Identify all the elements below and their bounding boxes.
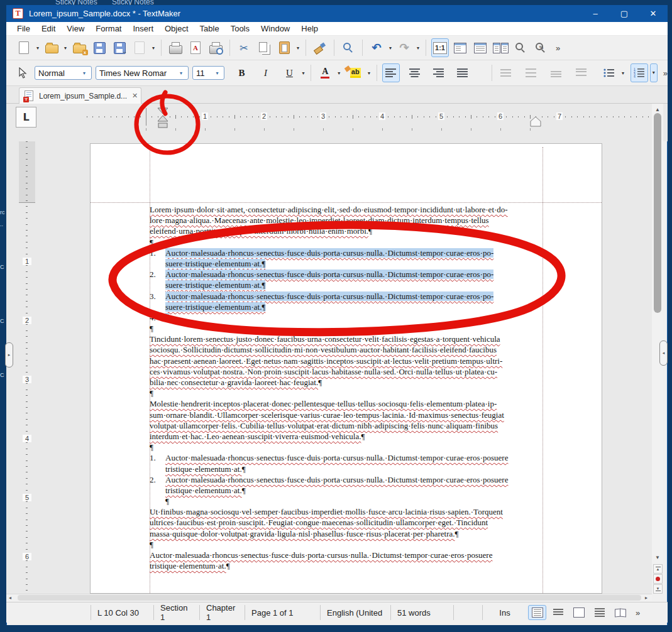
copy-button[interactable] xyxy=(255,38,273,57)
view-full-page-button[interactable] xyxy=(570,605,588,620)
paste-button[interactable] xyxy=(275,38,293,57)
fit-width-button[interactable] xyxy=(451,38,469,57)
status-section[interactable]: Section 1 xyxy=(154,605,200,620)
doc-line[interactable]: tristique·elementum·at.¶ xyxy=(150,464,546,474)
redo-button[interactable]: ↷ xyxy=(395,38,413,57)
doc-line[interactable]: bilia·nec·consectetur·a·gravida·laoreet·… xyxy=(150,377,546,388)
minimize-button[interactable]: – xyxy=(581,5,610,22)
scroll-right-arrow[interactable]: ▸ xyxy=(645,595,647,601)
align-right-button[interactable] xyxy=(430,63,448,82)
toolbar-overflow-button[interactable]: » xyxy=(556,43,560,53)
status-page[interactable]: Page 1 of 1 xyxy=(245,605,321,620)
doc-line[interactable]: suere·tristique·elementum·at.¶ xyxy=(150,258,546,269)
doc-line[interactable]: Auctor·malesuada·rhoncus·senectus·fusce·… xyxy=(150,550,546,560)
title-bar[interactable]: T Lorem_ipsum_Sample.docx * - TextMaker … xyxy=(6,5,668,22)
bold-button[interactable]: B xyxy=(233,63,250,82)
next-object-button[interactable]: ▼ xyxy=(653,584,663,594)
close-document-button[interactable]: x xyxy=(70,38,88,57)
italic-button[interactable]: I xyxy=(256,63,274,82)
status-language[interactable]: English (United xyxy=(321,605,391,620)
menu-table[interactable]: Table xyxy=(194,23,225,35)
highlight-dropdown[interactable]: ▾ xyxy=(366,70,372,76)
numbered-list-dropdown[interactable]: ▾ xyxy=(650,63,658,82)
redo-dropdown[interactable]: ▾ xyxy=(415,45,421,51)
scroll-left-arrow[interactable]: ◂ xyxy=(9,595,11,601)
justify-button[interactable] xyxy=(454,63,471,82)
document-text[interactable]: Lorem·ipsum·dolor·sit·amet,·consectetur·… xyxy=(150,204,546,571)
doc-line[interactable]: 2.Auctor·malesuada·rhoncus·senectus·fusc… xyxy=(150,474,546,485)
restore-version-button[interactable] xyxy=(131,38,148,57)
open-dropdown[interactable]: ▾ xyxy=(62,45,69,51)
doc-line[interactable]: sociosqu.·Sollicitudin·dictumst·sollicit… xyxy=(150,344,546,355)
doc-line[interactable]: ultrices·faucibus·est·proin·suscipit.·Fe… xyxy=(150,517,546,528)
tab-close-icon[interactable]: ✕ xyxy=(132,92,138,100)
menu-window[interactable]: Window xyxy=(255,23,295,35)
object-mode-button[interactable] xyxy=(14,63,31,82)
zoom-actual-size-button[interactable]: 1:1 xyxy=(431,38,449,57)
font-color-button[interactable]: A xyxy=(316,63,334,82)
search-button[interactable] xyxy=(339,38,357,57)
right-indent-marker[interactable] xyxy=(530,116,543,128)
doc-line[interactable]: tristique·elementum·at.¶ xyxy=(150,485,546,496)
doc-line[interactable]: interdum·et·hac.·Leo·aenean·suscipit·viv… xyxy=(150,431,546,442)
view-page-layout-button[interactable] xyxy=(528,605,546,620)
maximize-button[interactable]: ▢ xyxy=(610,5,639,22)
paragraph-style-select[interactable]: Normal ▾ xyxy=(35,66,92,80)
underline-button[interactable]: U xyxy=(280,63,298,82)
doc-line[interactable]: ¶ xyxy=(150,388,546,398)
statusbar-overflow-button[interactable]: » xyxy=(636,608,640,618)
save-button[interactable] xyxy=(91,38,108,57)
fit-page-button[interactable] xyxy=(471,38,489,57)
align-left-button[interactable] xyxy=(382,63,400,82)
underline-dropdown[interactable]: ▾ xyxy=(300,70,306,76)
doc-line[interactable]: massa·quisque·dolor·volutpat·gravida·lig… xyxy=(150,528,546,539)
open-button[interactable] xyxy=(43,38,60,57)
vertical-scroll-thumb[interactable] xyxy=(654,113,661,313)
indent-marker[interactable] xyxy=(157,107,170,130)
space-before-button[interactable] xyxy=(548,63,565,82)
browse-object-button[interactable] xyxy=(653,574,663,584)
line-spacing-1-button[interactable] xyxy=(497,63,515,82)
zoom-level-button[interactable]: % xyxy=(532,38,549,57)
doc-line[interactable]: Ut·finibus·magna·sociosqu·vel·semper·fau… xyxy=(150,506,546,517)
view-draft-button[interactable] xyxy=(590,605,609,620)
left-panel-handle[interactable]: ▸ xyxy=(5,342,13,368)
previous-object-button[interactable]: ▲ xyxy=(653,564,663,574)
scroll-down-arrow[interactable]: ▼ xyxy=(652,553,663,562)
export-pdf-button[interactable]: A xyxy=(187,38,204,57)
numbered-list-button[interactable]: 1234 xyxy=(631,63,648,82)
align-center-button[interactable] xyxy=(406,63,424,82)
menu-insert[interactable]: Insert xyxy=(127,23,159,35)
status-word-count[interactable]: 51 words xyxy=(391,605,454,620)
right-panel-handle[interactable]: ◂ xyxy=(659,341,668,366)
doc-line[interactable]: ¶ xyxy=(150,496,546,506)
doc-line[interactable]: ¶ xyxy=(150,323,546,334)
doc-line[interactable]: Lorem·ipsum·dolor·sit·amet,·consectetur·… xyxy=(150,204,546,215)
doc-line[interactable]: ces·vivamus·volutpat·nostra.·Non·proin·s… xyxy=(150,366,546,377)
doc-line[interactable]: 1.Auctor·malesuada·rhoncus·senectus·fusc… xyxy=(150,248,546,258)
zoom-button[interactable] xyxy=(512,38,529,57)
new-document-dropdown[interactable]: ▾ xyxy=(35,45,41,51)
doc-line[interactable]: Tincidunt·lorem·senectus·justo·donec·fau… xyxy=(150,334,546,344)
two-pages-button[interactable] xyxy=(492,38,509,57)
status-insert-mode[interactable]: Ins xyxy=(483,605,527,620)
doc-line[interactable]: ¶ xyxy=(150,539,546,550)
view-continuous-button[interactable] xyxy=(549,605,567,620)
doc-line[interactable]: sum·ornare·blandit.·Ullamcorper·sceleris… xyxy=(150,410,546,420)
print-preview-button[interactable] xyxy=(207,38,224,57)
undo-button[interactable]: ↶ xyxy=(368,38,385,57)
document-viewport[interactable]: 123456 Lorem·ipsum·dolor·sit·amet,·conse… xyxy=(6,141,652,594)
font-color-dropdown[interactable]: ▾ xyxy=(336,70,342,76)
doc-line[interactable]: suere·tristique·elementum·at.¶ xyxy=(150,302,546,312)
doc-line[interactable]: volutpat·ullamcorper·felis.·Cubilia·tell… xyxy=(150,420,546,431)
doc-line[interactable]: Molestie·hendrerit·inceptos·placerat·don… xyxy=(150,398,546,409)
highlight-button[interactable]: ab xyxy=(346,63,364,82)
undo-dropdown[interactable]: ▾ xyxy=(387,45,394,51)
doc-line[interactable]: 1.Auctor·malesuada·rhoncus·senectus·fusc… xyxy=(150,452,546,463)
status-chapter[interactable]: Chapter 1 xyxy=(200,605,245,620)
menu-file[interactable]: File xyxy=(11,23,36,35)
cut-button[interactable]: ✂ xyxy=(235,38,253,57)
menu-view[interactable]: View xyxy=(61,23,90,35)
status-cursor-position[interactable]: L 10 Col 30 xyxy=(91,605,154,620)
document-tab[interactable]: T Lorem_ipsum_Sample.d... ✕ xyxy=(19,87,141,104)
